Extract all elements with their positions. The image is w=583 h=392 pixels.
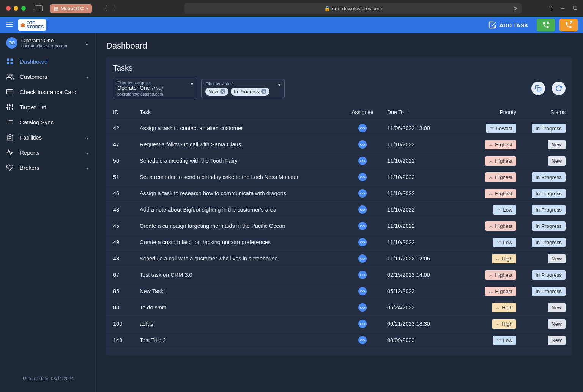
priority-label: Highest	[495, 223, 512, 229]
sidebar-item-catalog-sync[interactable]: Catalog Sync	[0, 114, 95, 130]
refresh-button[interactable]	[552, 82, 566, 95]
status-label: In Progress	[536, 289, 562, 294]
close-window[interactable]	[6, 6, 11, 11]
task-row[interactable]: 149 Test Title 2 OO 08/09/2023 ﹀Low New	[106, 332, 572, 348]
status-badge: New	[548, 254, 566, 263]
cell-id: 51	[113, 174, 140, 180]
sidebar-item-reports[interactable]: Reports ⌄	[0, 145, 95, 160]
sidebar-item-facilities[interactable]: Facilities ⌄	[0, 130, 95, 145]
col-priority[interactable]: Priority	[463, 109, 516, 115]
dropdown-icon: ▼	[190, 82, 194, 86]
outgoing-call-button[interactable]	[559, 19, 578, 31]
share-icon[interactable]: ⇧	[548, 5, 553, 13]
cell-id: 85	[113, 288, 140, 294]
chevron-down-icon: ⌄	[84, 39, 89, 47]
priority-icon: ︽	[489, 272, 493, 278]
sidebar-item-label: Reports	[20, 149, 40, 156]
task-row[interactable]: 67 Test task on CRM 3.0 OO 02/15/2023 14…	[106, 267, 572, 283]
forward-button[interactable]: 〉	[113, 4, 120, 13]
task-row[interactable]: 42 Assign a task to contact an alien cus…	[106, 120, 572, 136]
chip-remove-icon[interactable]: ✕	[220, 89, 225, 94]
priority-badge: ﹀Low	[493, 336, 516, 345]
cell-task: Schedule a meeting with the Tooth Fairy	[140, 158, 338, 164]
status-badge: In Progress	[532, 124, 566, 133]
task-row[interactable]: 50 Schedule a meeting with the Tooth Fai…	[106, 153, 572, 169]
logo[interactable]: ✱ OTC STORES	[18, 19, 46, 31]
hamburger-icon[interactable]	[5, 20, 14, 30]
back-button[interactable]: 〈	[101, 4, 108, 13]
col-task[interactable]: Task	[140, 109, 338, 115]
cell-id: 49	[113, 239, 140, 245]
tasks-card: Tasks Filter by assignee Operator One (m…	[106, 57, 572, 355]
status-label: In Progress	[536, 174, 562, 180]
incoming-call-button[interactable]	[537, 19, 555, 31]
cell-assignee: OO	[338, 157, 387, 165]
priority-badge: ︿High	[492, 319, 516, 329]
status-badge: New	[548, 303, 566, 312]
priority-badge: ︾Lowest	[486, 124, 516, 133]
minimize-window[interactable]	[14, 6, 18, 11]
nav-icon	[6, 133, 14, 141]
task-row[interactable]: 43 Schedule a call with a customer who l…	[106, 251, 572, 267]
tabs-overview-icon[interactable]: ⧉	[573, 5, 577, 13]
cell-task: Create a custom field for tracking unico…	[140, 239, 338, 245]
col-id[interactable]: ID	[113, 109, 140, 115]
cell-due: 11/10/2022	[387, 239, 463, 245]
task-row[interactable]: 85 New Task! OO 05/12/2023 ︽Highest In P…	[106, 283, 572, 299]
maximize-window[interactable]	[21, 6, 26, 11]
sidebar-item-target-list[interactable]: Target List	[0, 99, 95, 114]
cell-due: 11/10/2022	[387, 207, 463, 213]
reload-icon[interactable]: ⟳	[514, 6, 518, 11]
cell-assignee: OO	[338, 320, 387, 328]
col-assignee[interactable]: Assignee	[338, 109, 387, 115]
browser-tab[interactable]: ▦ MetroOTC ▾	[50, 4, 92, 13]
sidebar-item-label: Dashboard	[20, 58, 47, 65]
cell-assignee: OO	[338, 287, 387, 295]
task-row[interactable]: 46 Assign a task to research how to comm…	[106, 185, 572, 202]
task-row[interactable]: 88 To do smth OO 05/24/2023 ︿High New	[106, 299, 572, 316]
col-due[interactable]: Due To ↑	[387, 109, 463, 115]
sidebar-item-dashboard[interactable]: Dashboard	[0, 54, 95, 69]
svg-rect-7	[7, 62, 9, 64]
chevron-down-icon: ⌄	[85, 135, 89, 140]
add-task-button[interactable]: ADD TASK	[488, 21, 528, 29]
filter-assignee[interactable]: Filter by assignee Operator One (me) ope…	[113, 78, 197, 99]
priority-label: Highest	[495, 142, 512, 147]
url-bar[interactable]: 🔒 crm-dev.otcstores.com ⟳	[184, 3, 522, 14]
task-row[interactable]: 51 Set a reminder to send a birthday cak…	[106, 169, 572, 185]
sidebar-item-customers[interactable]: Customers ⌄	[0, 69, 95, 84]
refresh-icon	[555, 85, 562, 92]
cell-due: 11/11/2022 12:05	[387, 256, 463, 262]
sidebar-item-check-insurance-card[interactable]: Check Insurance Card	[0, 84, 95, 99]
status-chip[interactable]: New✕	[205, 88, 228, 96]
col-status[interactable]: Status	[516, 109, 566, 115]
cell-id: 46	[113, 190, 140, 196]
nav-icon	[6, 88, 14, 96]
user-menu[interactable]: OO Operator One operator@otcstores.com ⌄	[0, 33, 95, 52]
dropdown-icon: ▼	[277, 83, 281, 87]
status-label: In Progress	[536, 272, 562, 278]
task-row[interactable]: 45 Create a campaign targeting mermaids …	[106, 218, 572, 234]
filter-status[interactable]: Filter by status New✕In Progress✕ ▼	[201, 79, 285, 98]
browser-sidebar-icon[interactable]	[35, 5, 43, 11]
status-chip[interactable]: In Progress✕	[231, 88, 269, 96]
task-row[interactable]: 49 Create a custom field for tracking un…	[106, 234, 572, 251]
copy-button[interactable]	[531, 82, 545, 95]
assignee-avatar: OO	[358, 320, 367, 328]
sidebar: OO Operator One operator@otcstores.com ⌄…	[0, 33, 96, 392]
cell-due: 11/10/2022	[387, 174, 463, 180]
cell-assignee: OO	[338, 254, 387, 263]
cell-task: Test Title 2	[140, 337, 338, 343]
sidebar-item-label: Facilities	[20, 134, 42, 141]
status-label: In Progress	[536, 191, 562, 196]
sidebar-item-label: Customers	[20, 74, 47, 80]
task-row[interactable]: 100 adfas OO 06/21/2023 18:30 ︿High New	[106, 316, 572, 332]
chip-remove-icon[interactable]: ✕	[261, 89, 266, 94]
new-tab-icon[interactable]: ＋	[560, 5, 566, 13]
task-row[interactable]: 48 Add a note about Bigfoot sighting in …	[106, 202, 572, 218]
sidebar-item-brokers[interactable]: Brokers ⌄	[0, 160, 95, 175]
priority-icon: ﹀	[497, 337, 501, 343]
assignee-avatar: OO	[358, 157, 367, 165]
page-title: Dashboard	[106, 41, 572, 51]
task-row[interactable]: 47 Request a follow-up call with Santa C…	[106, 136, 572, 153]
